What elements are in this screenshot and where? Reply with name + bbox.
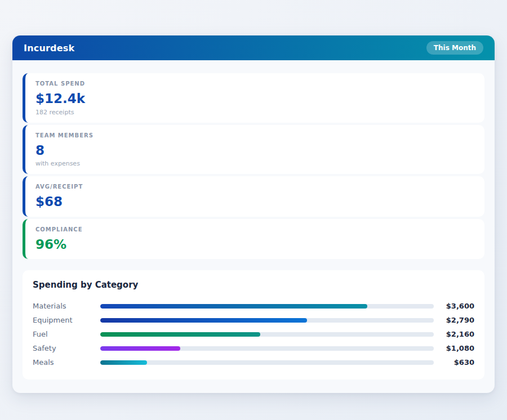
stat-card: AVG/RECEIPT$68 [23, 176, 484, 217]
app-title: Incurdesk [24, 43, 74, 53]
category-value: $630 [434, 358, 474, 367]
stat-label: AVG/RECEIPT [35, 184, 474, 190]
category-bar-list: Materials$3,600Equipment$2,790Fuel$2,160… [33, 299, 474, 369]
bar-fill [100, 346, 180, 351]
category-bar-row: Equipment$2,790 [33, 313, 474, 327]
stat-value: 96% [35, 237, 474, 253]
page-background: Incurdesk This Month TOTAL SPEND$12.4k18… [0, 0, 507, 393]
stat-subtext: with expenses [35, 160, 474, 167]
stat-value: $12.4k [35, 91, 474, 107]
stat-card: TOTAL SPEND$12.4k182 receipts [23, 73, 484, 123]
category-value: $2,160 [434, 330, 474, 338]
category-label: Safety [33, 344, 100, 352]
category-label: Fuel [33, 330, 100, 338]
category-bar-row: Safety$1,080 [33, 341, 474, 355]
bar-track [100, 304, 434, 309]
bar-track [100, 360, 434, 365]
bar-fill [100, 360, 147, 365]
stat-card: TEAM MEMBERS8with expenses [23, 125, 484, 175]
bar-track [100, 332, 434, 337]
category-bar-row: Fuel$2,160 [33, 327, 474, 341]
category-bar-row: Meals$630 [33, 355, 474, 369]
app-header: Incurdesk This Month [12, 35, 495, 60]
stat-subtext: 182 receipts [35, 109, 474, 116]
bar-track [100, 318, 434, 323]
incurdesk-panel: Incurdesk This Month TOTAL SPEND$12.4k18… [12, 35, 495, 393]
stats-list: TOTAL SPEND$12.4k182 receiptsTEAM MEMBER… [23, 73, 484, 259]
category-value: $2,790 [434, 316, 474, 324]
stat-label: COMPLIANCE [35, 226, 474, 233]
stat-label: TEAM MEMBERS [35, 132, 474, 138]
stat-label: TOTAL SPEND [35, 81, 474, 87]
period-badge[interactable]: This Month [426, 41, 483, 55]
category-label: Meals [33, 358, 100, 367]
spending-panel: Spending by Category Materials$3,600Equi… [23, 270, 484, 379]
app-body: TOTAL SPEND$12.4k182 receiptsTEAM MEMBER… [12, 60, 495, 393]
category-bar-row: Materials$3,600 [33, 299, 474, 313]
bar-fill [100, 332, 260, 337]
category-label: Equipment [33, 316, 100, 324]
stat-value: 8 [35, 143, 474, 159]
panel-title: Spending by Category [33, 280, 474, 290]
category-value: $1,080 [434, 344, 474, 352]
bar-track [100, 346, 434, 351]
stat-card: COMPLIANCE96% [23, 219, 484, 260]
stat-value: $68 [35, 194, 474, 210]
category-label: Materials [33, 302, 100, 310]
bar-fill [100, 304, 367, 309]
category-value: $3,600 [434, 302, 474, 310]
bar-fill [100, 318, 307, 323]
